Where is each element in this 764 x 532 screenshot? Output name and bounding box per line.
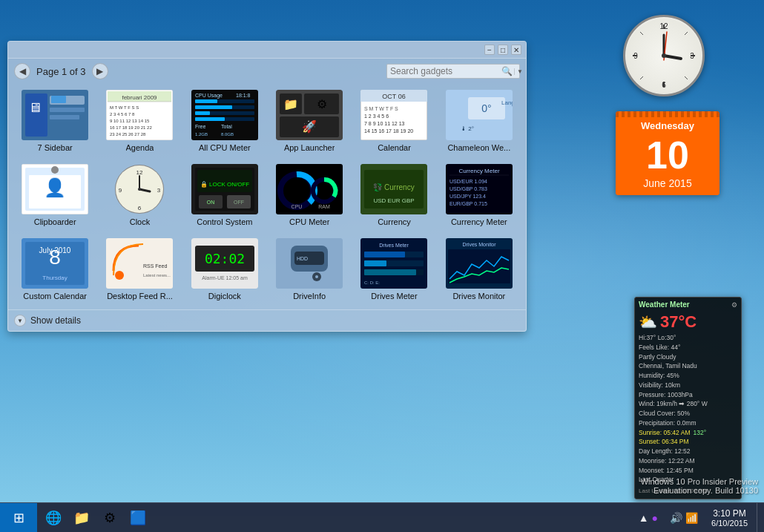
start-button[interactable]: ⊞: [0, 503, 37, 533]
search-dropdown-icon[interactable]: ▼: [514, 68, 523, 75]
svg-text:USD EUR GBP: USD EUR GBP: [374, 197, 415, 204]
minimize-button[interactable]: −: [484, 45, 495, 55]
svg-rect-42: [195, 117, 225, 121]
gadget-label-agenda: Agenda: [126, 143, 154, 152]
gadget-item-customcal[interactable]: July 20108Thursday Custom Calendar: [14, 235, 96, 303]
gadget-item-agenda[interactable]: februari 2009M T W T F S S2 3 4 5 6 7 89…: [99, 87, 180, 155]
gadget-label-customcal: Custom Calendar: [23, 292, 87, 301]
svg-text:1 2 3 4 5 6: 1 2 3 4 5 6: [364, 114, 389, 119]
gadget-label-chameleon: Chameleon We...: [447, 143, 510, 152]
svg-rect-128: [364, 260, 386, 266]
gadget-item-calendar[interactable]: OCT 06S M T W T F S 1 2 3 4 5 67 8 9 10 …: [353, 87, 435, 155]
gadget-item-digiclock[interactable]: 02:02Alarm-UE 12:05 am Digiclock: [184, 235, 266, 303]
svg-text:RAM: RAM: [318, 204, 330, 209]
tray-date: 6/10/2015: [711, 519, 748, 528]
svg-text:Total: Total: [221, 124, 232, 129]
weather-widget: Weather Meter ⚙ ⛅ 37°C Hi:37° Lo:30° Fee…: [634, 297, 742, 499]
gadget-item-clipboarder[interactable]: 👤 Clipboarder: [14, 161, 96, 229]
system-tray[interactable]: ▲ ●: [634, 503, 662, 533]
gadget-item-currencymeter[interactable]: Currency MeterUSD/EUR 1.094USD/GBP 0.783…: [438, 161, 520, 229]
svg-line-12: [664, 56, 681, 59]
svg-text:📁: 📁: [283, 97, 298, 111]
svg-text:Latest news...: Latest news...: [143, 273, 171, 278]
gadget-item-clock[interactable]: 12369 Clock: [99, 161, 180, 229]
svg-text:👤: 👤: [44, 177, 66, 198]
svg-text:Free: Free: [195, 124, 206, 129]
weather-moonrise: Moonrise: 12:22 AM: [639, 456, 737, 466]
gadget-item-driveinfo[interactable]: HDD DriveInfo: [269, 235, 350, 303]
svg-rect-20: [50, 115, 79, 119]
weather-hi-lo: Hi:37° Lo:30°: [639, 333, 737, 343]
gadget-item-controlsystem[interactable]: 🔒 LOCK ON/OFFONOFF Control System: [184, 161, 266, 229]
svg-text:🌡 2°: 🌡 2°: [461, 125, 474, 132]
svg-text:12: 12: [136, 169, 143, 176]
show-desktop-button[interactable]: [757, 503, 761, 533]
gadget-thumb-agenda: februari 2009M T W T F S S2 3 4 5 6 7 89…: [106, 90, 173, 140]
search-input[interactable]: [390, 66, 501, 76]
svg-text:CPU Usage: CPU Usage: [195, 93, 223, 99]
gadget-item-currency[interactable]: 💱 CurrencyUSD EUR GBP Currency: [353, 161, 435, 229]
weather-settings-icon[interactable]: ⚙: [731, 301, 737, 309]
weather-wind: Wind: 19km/h ➡ 280° W: [639, 399, 737, 409]
chevron-down-icon: ▼: [14, 315, 26, 326]
close-button[interactable]: ✕: [511, 45, 521, 55]
taskbar-icon-store[interactable]: 🟦: [125, 505, 151, 531]
svg-point-15: [662, 53, 666, 58]
next-page-button[interactable]: ▶: [92, 63, 108, 79]
search-icon[interactable]: 🔍: [501, 66, 513, 76]
svg-line-11: [640, 32, 643, 35]
gadget-item-drivesmonitor[interactable]: Drives Monitor Drives Monitor: [438, 235, 520, 303]
gadget-item-drivesmeter[interactable]: Drives MeterC: D: E: Drives Meter: [353, 235, 435, 303]
nav-bar: ◀ Page 1 of 3 ▶ 🔍 ▼: [8, 59, 526, 84]
gadget-item-allcpu[interactable]: CPU Usage18:1:8FreeTotal1.2GB8.0GB All C…: [184, 87, 266, 155]
weather-condition: Partly Cloudy: [639, 352, 737, 362]
svg-text:RSS Feed: RSS Feed: [143, 263, 167, 269]
gadget-item-cpumeter[interactable]: CPURAM CPU Meter: [269, 161, 350, 229]
gadget-thumb-deskfeed: RSS FeedLatest news...: [106, 238, 173, 289]
svg-line-9: [640, 76, 643, 79]
weather-sun-bearing: 132°: [693, 428, 706, 438]
calendar-widget: Wednesday 10 June 2015: [616, 111, 719, 195]
weather-precip: Precipitation: 0.0mm: [639, 418, 737, 428]
clock-tray[interactable]: 3:10 PM 6/10/2015: [705, 503, 754, 533]
taskbar-icon-folder[interactable]: 📁: [68, 505, 95, 531]
gadget-thumb-cpumeter: CPURAM: [276, 164, 343, 214]
svg-rect-88: [276, 164, 343, 214]
svg-point-69: [51, 166, 59, 174]
gadget-label-7sidebar: 7 Sidebar: [38, 143, 73, 152]
tray-network-area[interactable]: 🔊 📶: [665, 503, 702, 533]
gadget-label-controlsystem: Control System: [197, 217, 252, 226]
svg-text:9: 9: [119, 187, 122, 194]
taskbar-icon-ie[interactable]: 🌐: [40, 505, 67, 531]
gadget-item-deskfeed[interactable]: RSS FeedLatest news... Desktop Feed R...: [99, 235, 180, 303]
gadget-item-applauncher[interactable]: 📁⚙🚀 App Launcher: [269, 87, 350, 155]
svg-text:7 8 9 10 11 12 13: 7 8 9 10 11 12 13: [364, 121, 405, 126]
tray-app1-icon: ●: [652, 512, 658, 524]
gadget-thumb-currencymeter: Currency MeterUSD/EUR 1.094USD/GBP 0.783…: [446, 164, 513, 214]
svg-text:ON: ON: [207, 200, 215, 205]
svg-text:USD/JPY 123.4: USD/JPY 123.4: [449, 194, 486, 199]
weather-cloud: Cloud Cover: 50%: [639, 409, 737, 418]
svg-text:Drives Meter: Drives Meter: [380, 243, 409, 248]
gadget-label-cpumeter: CPU Meter: [289, 217, 329, 226]
show-details-bar[interactable]: ▼ Show details: [8, 309, 526, 331]
gadget-label-drivesmeter: Drives Meter: [371, 292, 417, 301]
svg-text:2 3 4 5 6 7 8: 2 3 4 5 6 7 8: [110, 112, 135, 116]
taskbar-icon-settings[interactable]: ⚙: [96, 505, 123, 531]
svg-line-5: [685, 32, 688, 35]
weather-sunrise: Sunrise: 05:42 AM: [639, 428, 690, 438]
restore-button[interactable]: □: [498, 45, 508, 55]
svg-text:Currency Meter: Currency Meter: [458, 168, 499, 174]
svg-rect-21: [51, 96, 66, 103]
svg-text:16 17 18 19 20 21 22: 16 17 18 19 20 21 22: [110, 125, 152, 130]
gadget-label-currencymeter: Currency Meter: [451, 217, 507, 226]
svg-point-79: [138, 188, 141, 191]
svg-text:CPU: CPU: [292, 204, 303, 209]
svg-text:6: 6: [138, 205, 142, 211]
svg-text:USD/EUR 1.094: USD/EUR 1.094: [449, 179, 487, 184]
gadget-item-chameleon[interactable]: 0°Langemark🌡 2° Chameleon We...: [438, 87, 520, 155]
gadget-item-7sidebar[interactable]: 🖥 7 Sidebar: [14, 87, 96, 155]
gadget-label-allcpu: All CPU Meter: [199, 143, 251, 152]
gadget-thumb-allcpu: CPU Usage18:1:8FreeTotal1.2GB8.0GB: [191, 90, 258, 140]
prev-page-button[interactable]: ◀: [14, 63, 30, 79]
